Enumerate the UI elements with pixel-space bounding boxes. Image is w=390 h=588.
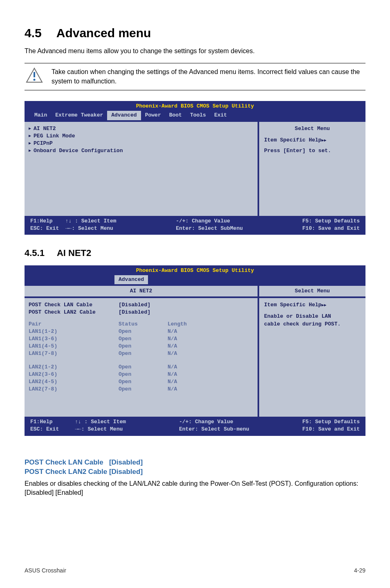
subsection-title: 4.5.1AI NET2 [25,247,365,260]
table-row: LAN2(1-2)OpenN/A [29,364,253,371]
footer-col1: F1:Help ↑↓ : Select ItemESC: Exit →←: Se… [30,218,117,232]
table-row: LAN1(7-8)OpenN/A [29,350,253,357]
bios-title: Phoenix-Award BIOS CMOS Setup Utility [25,265,365,275]
bios-right-panel: Select Menu Item Specific Help Press [En… [259,122,365,216]
svg-rect-1 [34,72,35,77]
footer-col2: -/+: Change ValueEnter: Select SubMenu [176,218,243,232]
item-specific-help: Item Specific Help [264,301,361,309]
page-footer: ASUS Crosshair 4-29 [25,567,365,575]
help-hint-line2: cable check during POST. [264,321,361,328]
footer-col1: F1:Help ↑↓ : Select ItemESC: Exit →←: Se… [30,418,126,433]
help-hint-line1: Enable or Disable LAN [264,313,361,320]
menu-item-onboard-device[interactable]: ▶Onboard Device Configuration [29,147,253,155]
table-header: Pair Status Length [29,321,253,328]
table-row: LAN1(4-5)OpenN/A [29,343,253,350]
footer-left: ASUS Crosshair [25,567,66,575]
svg-point-2 [34,79,36,81]
section-title: 4.5Advanced menu [25,25,365,42]
tab-extreme-tweaker[interactable]: Extreme Tweaker [51,111,107,120]
sub-heading-right: Select Menu [259,286,365,298]
option-body: Enables or disables checking of the LAN/… [25,479,365,498]
bios-title: Phoenix-Award BIOS CMOS Setup Utility [25,101,365,111]
table-row: LAN2(3-6)OpenN/A [29,371,253,378]
bios-screen-ai-net2: Phoenix-Award BIOS CMOS Setup Utility Ad… [25,265,365,436]
select-menu-label: Select Menu [264,125,361,132]
bios-left-panel: POST Check LAN Cable [Disabled] POST Che… [25,298,259,417]
footer-col2: -/+: Change ValueEnter: Select Sub-menu [179,418,249,433]
row-post-lan2[interactable]: POST Check LAN2 Cable [Disabled] [29,309,253,316]
bios-menubar: Advanced [25,275,365,286]
table-row: LAN1(1-2)OpenN/A [29,328,253,335]
tab-power[interactable]: Power [141,111,165,120]
help-hint: Press [Enter] to set. [264,147,361,155]
triangle-icon: ▶ [29,126,31,132]
table-row: LAN1(3-6)OpenN/A [29,335,253,343]
footer-col3: F5: Setup DefaultsF10: Save and Exit [303,218,360,232]
table-row: LAN2(4-5)OpenN/A [29,378,253,386]
bios-menubar: Main Extreme Tweaker Advanced Power Boot… [25,111,365,121]
footer-right: 4-29 [354,567,365,575]
menu-item-pcipnp[interactable]: ▶PCIPnP [29,140,253,147]
caution-notice: Take caution when changing the settings … [25,63,365,90]
menu-item-ai-net2[interactable]: ▶AI NET2 [29,125,253,132]
section-number: 4.5 [25,26,42,40]
table-row: LAN2(7-8)OpenN/A [29,386,253,393]
bios-footer: F1:Help ↑↓ : Select ItemESC: Exit →←: Se… [25,417,365,435]
triangle-icon: ▶ [29,141,31,146]
item-specific-help: Item Specific Help [264,137,361,144]
bios-screen-advanced: Phoenix-Award BIOS CMOS Setup Utility Ma… [25,101,365,235]
tab-boot[interactable]: Boot [165,111,186,120]
tab-main[interactable]: Main [30,111,51,120]
bios-footer: F1:Help ↑↓ : Select ItemESC: Exit →←: Se… [25,216,365,235]
bios-right-panel: Item Specific Help Enable or Disable LAN… [259,298,365,417]
triangle-icon: ▶ [29,133,31,139]
sub-heading-left: AI NET2 [25,286,259,298]
triangle-icon: ▶ [29,148,31,154]
footer-col3: F5: Setup DefaultsF10: Save and Exit [303,418,360,433]
notice-text: Take caution when changing the settings … [52,67,365,86]
bios-left-panel: ▶AI NET2 ▶PEG Link Mode ▶PCIPnP ▶Onboard… [25,122,259,216]
option-heading: POST Check LAN Cable [Disabled] POST Che… [25,458,365,477]
arrow-right-icon [321,137,326,143]
tab-exit[interactable]: Exit [210,111,231,120]
section-name: Advanced menu [56,26,151,40]
warning-icon [25,67,44,83]
tab-tools[interactable]: Tools [186,111,210,120]
tab-advanced[interactable]: Advanced [107,111,141,120]
row-post-lan[interactable]: POST Check LAN Cable [Disabled] [29,301,253,309]
menu-item-peg-link[interactable]: ▶PEG Link Mode [29,132,253,140]
intro-text: The Advanced menu items allow you to cha… [25,47,365,56]
subsection-name: AI NET2 [57,248,91,258]
arrow-right-icon [321,302,326,308]
subsection-number: 4.5.1 [25,248,45,258]
tab-advanced[interactable]: Advanced [114,275,148,284]
